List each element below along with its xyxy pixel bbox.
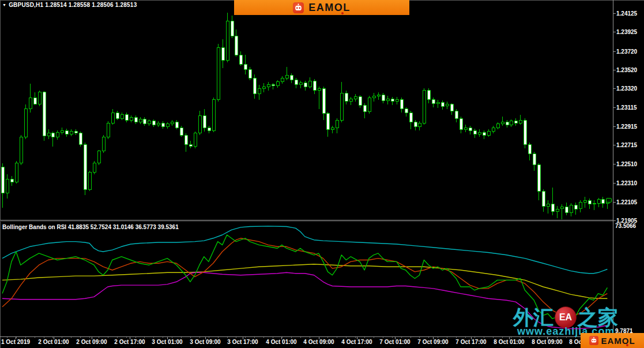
rsi-signal-line bbox=[2, 238, 607, 316]
indicator-label: Bollinger Bands on RSI 41.8835 52.7524 3… bbox=[2, 224, 179, 230]
candle bbox=[340, 93, 343, 120]
candle bbox=[148, 121, 150, 124]
candle bbox=[143, 119, 146, 124]
candle bbox=[533, 154, 536, 165]
candle bbox=[262, 87, 265, 88]
candle bbox=[125, 115, 128, 121]
candle bbox=[171, 122, 174, 124]
candle bbox=[514, 121, 517, 123]
candle bbox=[194, 133, 197, 147]
candle bbox=[496, 124, 499, 128]
candle bbox=[519, 120, 522, 123]
price-axis-line[interactable] bbox=[613, 0, 613, 336]
candle bbox=[363, 105, 366, 111]
candle bbox=[560, 207, 563, 209]
candle bbox=[506, 122, 509, 125]
candle bbox=[436, 103, 439, 104]
candle bbox=[217, 47, 220, 100]
candle bbox=[56, 132, 59, 137]
price-axis-label: 1.23320 bbox=[616, 85, 637, 92]
candle bbox=[51, 133, 54, 137]
time-axis-label: 3 Oct 17:00 bbox=[227, 339, 258, 345]
price-axis-label: 1.23520 bbox=[616, 67, 637, 73]
candle bbox=[295, 80, 297, 85]
bb-lower-line bbox=[2, 272, 607, 328]
candle bbox=[189, 144, 192, 146]
candle bbox=[547, 204, 549, 206]
candle bbox=[492, 128, 495, 132]
candle bbox=[116, 113, 119, 118]
candle bbox=[524, 120, 526, 144]
candle bbox=[304, 83, 307, 87]
candle bbox=[432, 100, 435, 104]
candle bbox=[15, 163, 18, 182]
candle bbox=[212, 100, 215, 130]
price-axis-label: 1.22105 bbox=[616, 199, 637, 205]
candle bbox=[570, 205, 573, 213]
candle bbox=[368, 98, 371, 111]
candle bbox=[120, 115, 123, 119]
mt4-chart-window: { "window": { "title": "GBPUSD,H1 1.2851… bbox=[0, 0, 644, 348]
candle bbox=[134, 117, 137, 122]
candle bbox=[285, 76, 288, 78]
pane-separator[interactable] bbox=[0, 220, 613, 222]
candle bbox=[565, 207, 568, 213]
time-axis-label: 4 Oct 17:00 bbox=[341, 339, 372, 345]
candle bbox=[377, 95, 380, 96]
candle bbox=[239, 55, 242, 64]
candle bbox=[166, 124, 169, 127]
time-axis-label: 8 Oct 01:00 bbox=[494, 339, 524, 345]
candle bbox=[418, 123, 421, 127]
candle bbox=[326, 114, 329, 130]
candle bbox=[501, 122, 504, 124]
candle bbox=[258, 88, 261, 94]
candle bbox=[130, 117, 133, 120]
indicator-chart-canvas[interactable] bbox=[0, 222, 613, 336]
candle bbox=[1, 167, 4, 193]
candle bbox=[290, 76, 293, 80]
candle bbox=[313, 81, 316, 90]
chevron-down-icon[interactable]: ▼ bbox=[2, 3, 6, 7]
candle bbox=[409, 113, 412, 122]
candle bbox=[478, 132, 481, 134]
candle bbox=[423, 91, 425, 124]
candle bbox=[93, 163, 96, 173]
indicator-axis-max: 73.5066 bbox=[615, 223, 636, 229]
price-chart-canvas[interactable] bbox=[0, 0, 613, 221]
eamol-bottom-banner[interactable]: EAMOL bbox=[581, 333, 644, 348]
candle bbox=[579, 203, 582, 209]
candle bbox=[276, 82, 279, 86]
candle bbox=[235, 36, 238, 55]
bb-middle-line bbox=[2, 264, 607, 299]
candle bbox=[597, 200, 600, 204]
candle bbox=[322, 88, 325, 114]
candle bbox=[74, 132, 77, 133]
time-axis-label: 7 Oct 17:00 bbox=[455, 339, 486, 345]
candle bbox=[20, 137, 22, 163]
candle bbox=[349, 99, 352, 102]
candle bbox=[139, 119, 142, 122]
candle bbox=[556, 209, 559, 212]
candle bbox=[281, 78, 284, 82]
candle bbox=[203, 115, 206, 128]
eamol-brand-text: EAMOL bbox=[308, 2, 351, 14]
candle bbox=[601, 200, 604, 204]
candle bbox=[542, 191, 545, 206]
candle bbox=[487, 132, 490, 136]
time-axis-label: 2 Oct 01:00 bbox=[38, 339, 69, 345]
candle bbox=[473, 130, 476, 134]
candle bbox=[460, 118, 462, 129]
candle bbox=[272, 85, 274, 86]
candle bbox=[152, 121, 155, 125]
candle bbox=[88, 173, 91, 189]
candle bbox=[184, 135, 187, 144]
price-axis-label: 1.23720 bbox=[616, 48, 637, 55]
time-axis-label: 4 Oct 09:00 bbox=[303, 339, 334, 345]
candle bbox=[396, 100, 398, 102]
candle bbox=[593, 203, 596, 204]
time-axis-label: 7 Oct 01:00 bbox=[379, 339, 410, 345]
chart-title: ▼GBPUSD,H1 1.28514 1.28558 1.28506 1.285… bbox=[2, 2, 137, 8]
candle bbox=[175, 122, 178, 128]
eamol-top-banner[interactable]: EAMOL bbox=[234, 0, 409, 15]
candle bbox=[253, 78, 256, 94]
